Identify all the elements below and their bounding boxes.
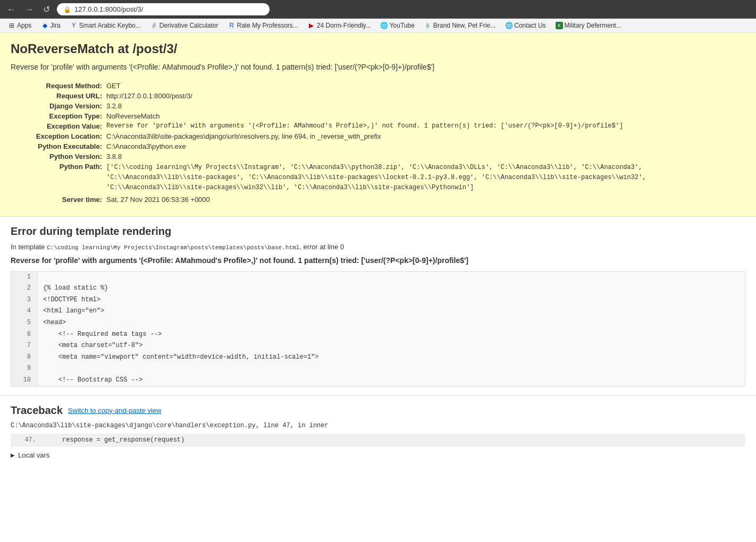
refresh-button[interactable]: ↺: [40, 3, 53, 15]
exception-type-value: NoReverseMatch: [106, 112, 159, 120]
contact-icon: 🌐: [505, 22, 513, 29]
server-time-label: Server time:: [21, 196, 106, 204]
line-number: 10: [11, 375, 38, 386]
exception-location-row: Exception Location: C:\Anaconda3\lib\sit…: [21, 132, 745, 140]
exception-value-label: Exception Value:: [21, 122, 106, 130]
code-line: 3<!DOCTYPE html>: [11, 294, 745, 306]
python-version-row: Python Version: 3.8.8: [21, 153, 745, 160]
request-url-value: http://127.0.0.1:8000/post/3/: [106, 92, 192, 100]
traceback-code-line: 47. response = get_response(request): [11, 435, 745, 446]
template-path: In template C:\coding learning\My Projec…: [11, 243, 745, 251]
template-section-title: Error during template rendering: [11, 225, 745, 238]
exception-value-text: Reverse for 'profile' with arguments '(<…: [106, 122, 623, 130]
exception-type-label: Exception Type:: [21, 112, 106, 120]
request-url-row: Request URL: http://127.0.0.1:8000/post/…: [21, 92, 745, 100]
bookmark-apps-label: Apps: [17, 22, 31, 29]
request-method-row: Request Method: GET: [21, 82, 745, 90]
line-content: [38, 272, 43, 283]
military-icon: X: [556, 22, 563, 29]
forward-button[interactable]: →: [22, 4, 36, 15]
derivative-icon: ∂: [150, 22, 158, 29]
template-path-prefix: In template: [11, 243, 47, 251]
line-number: 4: [11, 306, 38, 317]
bookmark-rate[interactable]: R Rate My Professors...: [224, 21, 301, 30]
lock-icon: 🔒: [63, 6, 71, 13]
rate-icon: R: [228, 22, 235, 29]
bookmark-dorm-label: 24 Dorm-Friendly...: [317, 22, 371, 29]
line-content: [38, 363, 43, 375]
python-executable-value: C:\Anaconda3\python.exe: [106, 142, 186, 150]
bookmarks-bar: ⊞ Apps ◆ Jira Y Smart Arabic Keybo... ∂ …: [0, 19, 756, 33]
bookmark-apps[interactable]: ⊞ Apps: [4, 21, 35, 30]
traceback-header: Traceback Switch to copy-and-paste view: [11, 404, 745, 417]
python-path-label: Python Path:: [21, 163, 106, 171]
line-number: 6: [11, 329, 38, 341]
bookmark-rate-label: Rate My Professors...: [237, 22, 298, 29]
traceback-line-block: 47. response = get_response(request): [11, 434, 745, 447]
python-path-value: ['C:\\coding learning\\My Projects\\Inst…: [106, 163, 745, 193]
traceback-section: Traceback Switch to copy-and-paste view …: [0, 396, 756, 468]
line-number: 8: [11, 352, 38, 363]
code-line: 5<head>: [11, 317, 745, 329]
bookmark-pet[interactable]: k Brand New, Pet Frie...: [421, 21, 499, 30]
template-path-suffix: , error at line 0: [299, 243, 344, 251]
code-line: 9: [11, 363, 745, 375]
exception-value-row: Exception Value: Reverse for 'profile' w…: [21, 122, 745, 130]
code-block: 12{% load static %}3<!DOCTYPE html>4<htm…: [11, 271, 745, 387]
bookmark-derivative-label: Derivative Calculator: [159, 22, 219, 29]
line-content: <html lang="en">: [38, 306, 104, 317]
bookmark-arabic-label: Smart Arabic Keybo...: [79, 22, 141, 29]
exception-type-row: Exception Type: NoReverseMatch: [21, 112, 745, 120]
line-content: <head>: [38, 317, 66, 329]
url-text: 127.0.0.1:8000/post/3/: [74, 5, 143, 13]
line-content: <!DOCTYPE html>: [38, 294, 100, 306]
bookmark-derivative[interactable]: ∂ Derivative Calculator: [147, 21, 222, 30]
line-number: 5: [11, 317, 38, 329]
code-line: 7 <meta charset="utf-8">: [11, 340, 745, 352]
request-url-label: Request URL:: [21, 92, 106, 100]
yellow-section: NoReverseMatch at /post/3/ Reverse for '…: [0, 33, 756, 217]
bookmark-contact[interactable]: 🌐 Contact Us: [501, 21, 549, 30]
line-content: <meta name="viewport" content="width=dev…: [38, 352, 318, 363]
bookmark-dorm[interactable]: ▶ 24 Dorm-Friendly...: [304, 21, 375, 30]
youtube-icon: 🌐: [381, 22, 388, 29]
line-number: 2: [11, 283, 38, 294]
switch-to-copy-paste-link[interactable]: Switch to copy-and-paste view: [68, 406, 162, 414]
address-bar[interactable]: 🔒 127.0.0.1:8000/post/3/: [57, 3, 270, 15]
error-subtitle: Reverse for 'profile' with arguments '(<…: [11, 63, 745, 71]
local-vars-label: Local vars: [18, 451, 49, 459]
bookmark-jira-label: Jira: [50, 22, 60, 29]
line-number: 9: [11, 363, 38, 375]
bookmark-arabic[interactable]: Y Smart Arabic Keybo...: [66, 21, 145, 30]
template-error-message: Reverse for 'profile' with arguments '(<…: [11, 256, 745, 265]
python-version-value: 3.8.8: [106, 153, 122, 160]
bookmark-military-label: Military Deferment...: [565, 22, 621, 29]
arabic-icon: Y: [70, 22, 78, 29]
bookmark-pet-label: Brand New, Pet Frie...: [433, 22, 495, 29]
bookmark-youtube[interactable]: 🌐 YouTube: [377, 21, 418, 30]
bookmark-youtube-label: YouTube: [390, 22, 415, 29]
code-line: 4<html lang="en">: [11, 306, 745, 317]
server-time-row: Server time: Sat, 27 Nov 2021 06:53:36 +…: [21, 196, 745, 204]
template-rendering-section: Error during template rendering In templ…: [0, 217, 756, 396]
traceback-file-path: C:\Anaconda3\lib\site-packages\django\co…: [11, 422, 745, 429]
local-vars-toggle[interactable]: ▶ Local vars: [11, 451, 745, 459]
request-method-value: GET: [106, 82, 121, 90]
dorm-icon: ▶: [308, 22, 315, 29]
line-content: <meta charset="utf-8">: [38, 340, 142, 352]
code-line: 10 <!-- Bootstrap CSS -->: [11, 375, 745, 386]
back-button[interactable]: ←: [4, 4, 18, 15]
line-content: {% load static %}: [38, 283, 108, 294]
apps-icon: ⊞: [8, 22, 15, 29]
python-executable-label: Python Executable:: [21, 142, 106, 150]
bookmark-contact-label: Contact Us: [514, 22, 545, 29]
line-number: 7: [11, 340, 38, 352]
code-line: 2{% load static %}: [11, 283, 745, 294]
tb-line-content: response = get_response(request): [43, 435, 184, 446]
bookmark-military[interactable]: X Military Deferment...: [552, 21, 625, 30]
bookmark-jira[interactable]: ◆ Jira: [37, 21, 64, 30]
exception-location-label: Exception Location:: [21, 132, 106, 140]
triangle-icon: ▶: [11, 452, 15, 458]
python-path-row: Python Path: ['C:\\coding learning\\My P…: [21, 163, 745, 193]
request-method-label: Request Method:: [21, 82, 106, 90]
